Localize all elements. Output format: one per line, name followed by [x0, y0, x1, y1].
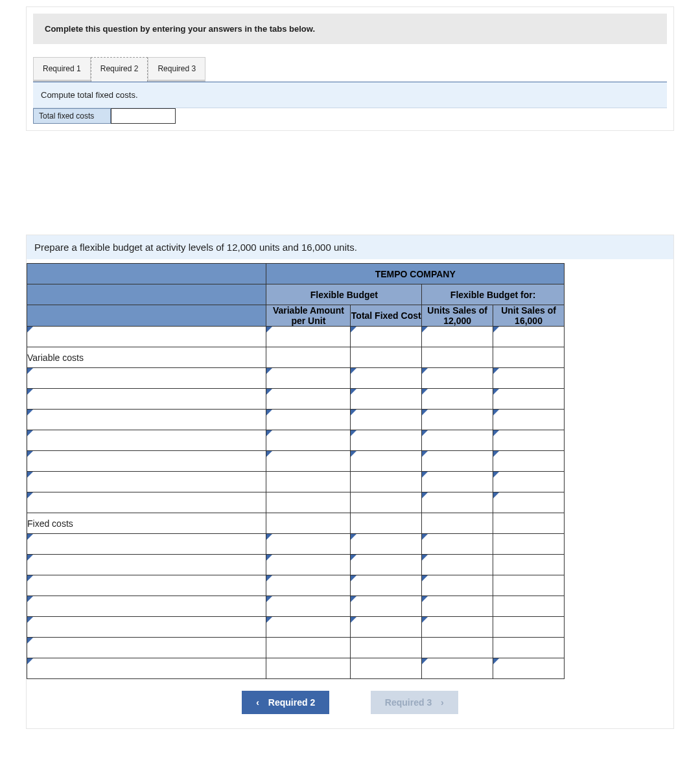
- dropdown-marker-icon: [266, 430, 272, 436]
- cell-input[interactable]: [422, 389, 493, 410]
- dropdown-marker-icon: [422, 555, 428, 561]
- tab-required-3[interactable]: Required 3: [148, 57, 205, 82]
- cell-input[interactable]: [422, 617, 493, 638]
- row-label-input[interactable]: [27, 327, 266, 347]
- cell-input[interactable]: [351, 430, 422, 451]
- tab-required-1[interactable]: Required 1: [33, 57, 91, 82]
- row-label-input[interactable]: [27, 410, 266, 430]
- cell-input[interactable]: [351, 410, 422, 430]
- table-row: [27, 430, 565, 451]
- tab-required-2[interactable]: Required 2: [91, 57, 148, 82]
- row-label-input[interactable]: [27, 368, 266, 389]
- table-company-header: TEMPO COMPANY: [266, 264, 565, 284]
- cell-input[interactable]: [266, 368, 351, 389]
- cell-input[interactable]: [493, 389, 565, 410]
- cell-input[interactable]: [351, 368, 422, 389]
- cell-blank: [493, 575, 565, 596]
- row-label-input[interactable]: [27, 617, 266, 638]
- cell-input[interactable]: [266, 451, 351, 472]
- dropdown-marker-icon: [27, 575, 33, 581]
- cell-input[interactable]: [493, 451, 565, 472]
- cell-input[interactable]: [266, 617, 351, 638]
- cell-input[interactable]: [422, 472, 493, 492]
- cell-input[interactable]: [266, 575, 351, 596]
- cell-input[interactable]: [493, 327, 565, 347]
- cell-input[interactable]: [422, 327, 493, 347]
- cell-blank: [351, 513, 422, 534]
- dropdown-marker-icon: [266, 451, 272, 457]
- cell-blank: [493, 638, 565, 658]
- section-fixed-costs: Fixed costs: [27, 513, 266, 534]
- cell-input[interactable]: [422, 492, 493, 513]
- hdr-col-units-12000: Units Sales of 12,000: [422, 305, 493, 327]
- hdr-col-units-16000: Unit Sales of 16,000: [493, 305, 565, 327]
- row-label-input[interactable]: [27, 658, 266, 679]
- cell-input[interactable]: [422, 555, 493, 575]
- cell-input[interactable]: [493, 410, 565, 430]
- dropdown-marker-icon: [422, 575, 428, 581]
- cell-input[interactable]: [351, 451, 422, 472]
- row-label-input[interactable]: [27, 472, 266, 492]
- cell-input[interactable]: [422, 596, 493, 617]
- cell-input[interactable]: [422, 368, 493, 389]
- row-label-input[interactable]: [27, 575, 266, 596]
- dropdown-marker-icon: [27, 638, 33, 643]
- dropdown-marker-icon: [493, 658, 499, 664]
- cell-input[interactable]: [422, 451, 493, 472]
- cell-input[interactable]: [351, 327, 422, 347]
- dropdown-marker-icon: [27, 410, 33, 415]
- cell-input[interactable]: [493, 472, 565, 492]
- dropdown-marker-icon: [27, 368, 33, 374]
- dropdown-marker-icon: [422, 327, 428, 332]
- cell-input[interactable]: [422, 658, 493, 679]
- next-label: Required 3: [385, 697, 432, 708]
- total-fixed-costs-input[interactable]: [111, 108, 176, 124]
- cell-input[interactable]: [422, 430, 493, 451]
- cell-input[interactable]: [266, 389, 351, 410]
- cell-input[interactable]: [266, 410, 351, 430]
- row-label-input[interactable]: [27, 430, 266, 451]
- row-label-input[interactable]: [27, 451, 266, 472]
- chevron-right-icon: ›: [441, 697, 444, 708]
- row-label-input[interactable]: [27, 534, 266, 555]
- flexible-budget-table: TEMPO COMPANY Flexible Budget Flexible B…: [27, 263, 565, 679]
- cell-input[interactable]: [266, 555, 351, 575]
- cell-input[interactable]: [266, 534, 351, 555]
- cell-input[interactable]: [493, 492, 565, 513]
- dropdown-marker-icon: [27, 555, 33, 561]
- cell-input[interactable]: [422, 410, 493, 430]
- cell-input[interactable]: [422, 534, 493, 555]
- table-row: [27, 534, 565, 555]
- dropdown-marker-icon: [422, 472, 428, 478]
- dropdown-marker-icon: [493, 410, 499, 415]
- dropdown-marker-icon: [27, 534, 33, 540]
- table-row: [27, 555, 565, 575]
- row-label-input[interactable]: [27, 638, 266, 658]
- cell-input[interactable]: [266, 596, 351, 617]
- cell-input[interactable]: [422, 575, 493, 596]
- cell-input[interactable]: [266, 430, 351, 451]
- instruction-bar: Complete this question by entering your …: [33, 14, 667, 44]
- cell-input[interactable]: [351, 534, 422, 555]
- cell-input[interactable]: [351, 617, 422, 638]
- cell-input[interactable]: [266, 327, 351, 347]
- row-label-input[interactable]: [27, 555, 266, 575]
- dropdown-marker-icon: [422, 389, 428, 395]
- cell-input[interactable]: [351, 575, 422, 596]
- row-label-input[interactable]: [27, 596, 266, 617]
- cell-input[interactable]: [351, 555, 422, 575]
- prev-required-button[interactable]: ‹ Required 2: [242, 691, 329, 714]
- cell-input[interactable]: [351, 389, 422, 410]
- next-required-button[interactable]: Required 3 ›: [371, 691, 458, 714]
- dropdown-marker-icon: [351, 451, 356, 457]
- row-label-input[interactable]: [27, 492, 266, 513]
- dropdown-marker-icon: [351, 327, 356, 332]
- row-label-input[interactable]: [27, 389, 266, 410]
- cell-input[interactable]: [493, 430, 565, 451]
- table-row: [27, 389, 565, 410]
- cell-input[interactable]: [351, 596, 422, 617]
- hdr-group-flexible-budget: Flexible Budget: [266, 284, 422, 305]
- cell-input[interactable]: [493, 368, 565, 389]
- table-row: [27, 638, 565, 658]
- cell-input[interactable]: [493, 658, 565, 679]
